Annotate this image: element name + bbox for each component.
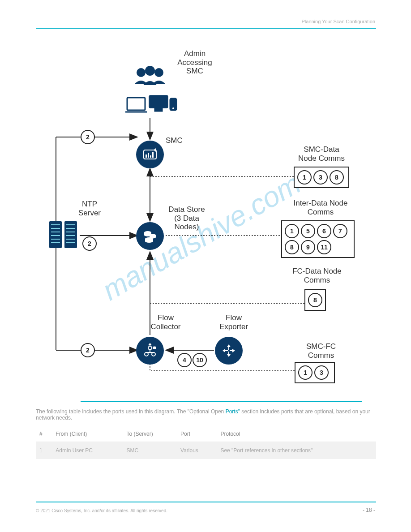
svg-rect-24 xyxy=(148,153,149,158)
users-icon xyxy=(128,66,172,94)
admin-label: AdminAccessingSMC xyxy=(170,49,219,76)
ports-cell: Admin User PC xyxy=(52,442,123,459)
smc-label: SMC xyxy=(166,136,183,145)
svg-rect-26 xyxy=(152,152,154,158)
smc-node-icon xyxy=(136,141,164,168)
comms-box-3: 1 3 xyxy=(295,362,335,383)
footer-right: - 18 - xyxy=(363,507,375,513)
flow-exporter-label: FlowExporter xyxy=(211,313,256,331)
svg-point-51 xyxy=(152,352,155,356)
comms-1-item: 7 xyxy=(333,224,347,238)
svg-rect-19 xyxy=(155,108,162,111)
comms-label-1: Inter-Data NodeComms xyxy=(280,199,361,216)
comms-1-item: 6 xyxy=(317,224,331,238)
footer-rule xyxy=(36,502,376,502)
comms-box-1: 1 5 6 7 8 9 11 xyxy=(281,220,355,258)
comms-1-item: 9 xyxy=(301,240,315,254)
svg-point-49 xyxy=(145,240,153,243)
architecture-diagram: manualshive.com xyxy=(36,39,377,398)
svg-point-12 xyxy=(137,68,146,77)
ports-col-port: Port xyxy=(177,426,217,442)
svg-point-21 xyxy=(172,107,174,109)
svg-rect-15 xyxy=(127,98,145,110)
flow-collector-node-icon xyxy=(136,337,164,365)
legend-section: The following table includes the ports u… xyxy=(36,408,376,459)
comms-1-item: 1 xyxy=(285,224,299,238)
ntp-label: NTPServer xyxy=(72,200,107,217)
pill-fe-fc-a: 4 xyxy=(177,353,192,367)
svg-point-57 xyxy=(153,348,156,349)
svg-rect-23 xyxy=(146,154,147,158)
legend-link[interactable]: Ports" xyxy=(226,408,240,415)
header-rule xyxy=(36,28,376,29)
comms-1-item: 11 xyxy=(317,240,331,254)
comms-1-item: 5 xyxy=(301,224,315,238)
ports-col-to: To (Server) xyxy=(123,426,177,442)
header-text: Planning Your Scan Configuration xyxy=(301,19,375,24)
svg-point-50 xyxy=(145,352,148,356)
table-row: 1 Admin User PC SMC Various See "Port re… xyxy=(36,442,376,459)
ports-cell: SMC xyxy=(123,442,177,459)
comms-box-2: 8 xyxy=(304,289,326,311)
ports-cell: Various xyxy=(177,442,217,459)
comms-label-2: FC-Data NodeComms xyxy=(281,267,353,284)
ports-col-from: From (Client) xyxy=(52,426,123,442)
diagram-caption-rule xyxy=(81,401,362,402)
comms-label-0: SMC-DataNode Comms xyxy=(286,145,357,163)
comms-0-item: 1 xyxy=(297,170,312,184)
comms-3-item: 1 xyxy=(298,365,313,380)
svg-point-52 xyxy=(148,346,152,350)
ports-table: # From (Client) To (Server) Port Protoco… xyxy=(36,426,376,459)
legend-intro: The following table includes the ports u… xyxy=(36,408,224,415)
comms-3-item: 3 xyxy=(314,365,329,380)
comms-0-item: 3 xyxy=(313,170,328,184)
pill-ntp-smc: 2 xyxy=(81,130,95,144)
ports-cell: See "Port references in other sections" xyxy=(217,442,376,459)
flow-exporter-node-icon xyxy=(215,337,243,365)
pill-ntp-fc: 2 xyxy=(81,343,95,357)
comms-box-0: 1 3 8 xyxy=(294,167,349,188)
comms-2-item: 8 xyxy=(308,293,322,307)
svg-rect-17 xyxy=(150,96,167,107)
comms-0-item: 8 xyxy=(330,170,344,184)
ports-col-proto: Protocol xyxy=(217,426,376,442)
ntp-server-icon xyxy=(47,220,80,251)
pill-fe-fc-b: 10 xyxy=(193,353,207,367)
comms-1-item: 8 xyxy=(285,240,299,254)
flow-collector-label: FlowCollector xyxy=(143,313,188,331)
pill-ntp-ds: 2 xyxy=(82,236,97,251)
svg-rect-25 xyxy=(150,155,151,158)
comms-label-3: SMC-FCComms xyxy=(287,342,355,360)
svg-point-13 xyxy=(145,66,155,76)
ports-cell: 1 xyxy=(36,442,52,459)
footer-left: © 2021 Cisco Systems, Inc. and/or its af… xyxy=(36,508,167,513)
datastore-node-icon xyxy=(136,222,164,250)
ports-col-n: # xyxy=(36,426,52,442)
datastore-label: Data Store(3 DataNodes) xyxy=(162,205,211,232)
svg-point-14 xyxy=(154,68,163,77)
devices-icon xyxy=(125,95,179,118)
